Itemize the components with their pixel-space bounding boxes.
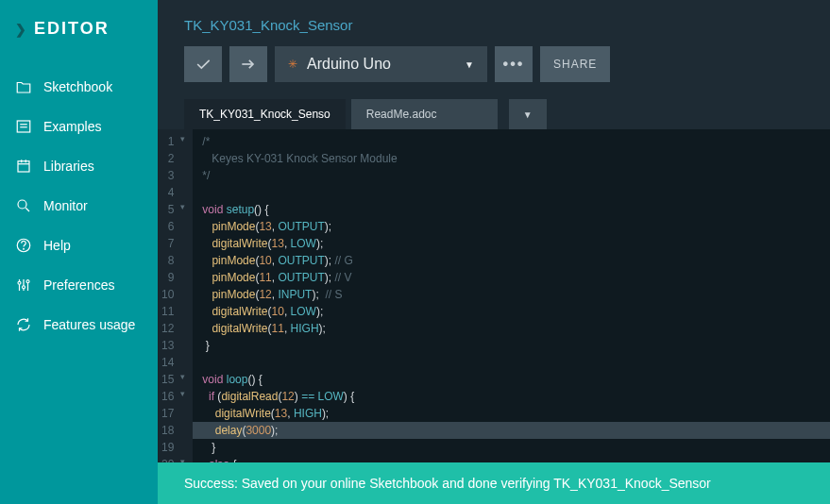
nav-help[interactable]: Help [0, 226, 158, 265]
sketch-title: TK_KY031_Knock_Sensor [184, 17, 804, 33]
nav-sketchbook[interactable]: Sketchbook [0, 67, 158, 107]
tab-sketch[interactable]: TK_KY031_Knock_Senso [184, 99, 346, 129]
svg-rect-3 [18, 161, 29, 172]
nav-label: Help [43, 238, 71, 253]
svg-rect-0 [17, 121, 30, 132]
board-name: Arduino Uno [307, 56, 391, 73]
nav-label: Preferences [43, 277, 114, 293]
svg-point-14 [18, 281, 21, 284]
upload-button[interactable] [229, 46, 267, 82]
status-message: Saved on your online Sketchbook and done… [238, 476, 711, 491]
svg-point-15 [23, 286, 25, 289]
list-icon [15, 118, 32, 135]
header: TK_KY031_Knock_Sensor ✳ Arduino Uno ▼ ••… [158, 0, 830, 99]
nav-label: Sketchbook [43, 79, 112, 94]
code-editor[interactable]: 1▾2 3 4 5▾6 7 8 9 10 11 12 13 14 15▾16▾1… [158, 129, 830, 462]
svg-point-7 [18, 200, 26, 209]
help-icon [15, 237, 32, 254]
nav-monitor[interactable]: Monitor [0, 186, 158, 226]
tab-readme[interactable]: ReadMe.adoc [351, 99, 498, 129]
board-selector[interactable]: ✳ Arduino Uno ▼ [275, 46, 487, 82]
nav-label: Monitor [43, 198, 88, 213]
nav-label: Libraries [43, 159, 94, 174]
more-menu-button[interactable]: ••• [495, 46, 533, 82]
folder-icon [15, 78, 32, 95]
search-icon [15, 197, 32, 214]
status-bar: Success: Saved on your online Sketchbook… [158, 462, 830, 504]
sliders-icon [15, 277, 32, 294]
nav-libraries[interactable]: Libraries [0, 146, 158, 186]
refresh-icon [15, 316, 32, 333]
share-button[interactable]: SHARE [540, 46, 610, 82]
gutter: 1▾2 3 4 5▾6 7 8 9 10 11 12 13 14 15▾16▾1… [158, 129, 193, 462]
board-icon: ✳ [288, 58, 297, 71]
nav-examples[interactable]: Examples [0, 107, 158, 146]
svg-point-16 [26, 280, 29, 283]
tab-bar: TK_KY031_Knock_Senso ReadMe.adoc ▼ [158, 99, 830, 129]
nav-preferences[interactable]: Preferences [0, 265, 158, 305]
status-prefix: Success: [184, 476, 238, 491]
nav-features-usage[interactable]: Features usage [0, 305, 158, 344]
nav-label: Examples [43, 119, 101, 134]
sidebar: ❯ EDITOR Sketchbook Examples Libraries M… [0, 0, 158, 504]
tab-dropdown[interactable]: ▼ [509, 99, 547, 129]
library-icon [15, 158, 32, 175]
editor-logo: ❯ EDITOR [0, 19, 158, 67]
code-area[interactable]: /* Keyes KY-031 Knock Sensor Module*/ vo… [193, 129, 830, 462]
chevron-right-icon: ❯ [15, 22, 28, 37]
toolbar: ✳ Arduino Uno ▼ ••• SHARE [184, 46, 804, 82]
caret-down-icon: ▼ [465, 59, 474, 70]
logo-text: EDITOR [34, 19, 110, 39]
nav-label: Features usage [43, 317, 135, 332]
verify-button[interactable] [184, 46, 222, 82]
svg-point-10 [24, 248, 25, 249]
svg-line-8 [25, 208, 29, 211]
main-area: TK_KY031_Knock_Sensor ✳ Arduino Uno ▼ ••… [158, 0, 830, 504]
